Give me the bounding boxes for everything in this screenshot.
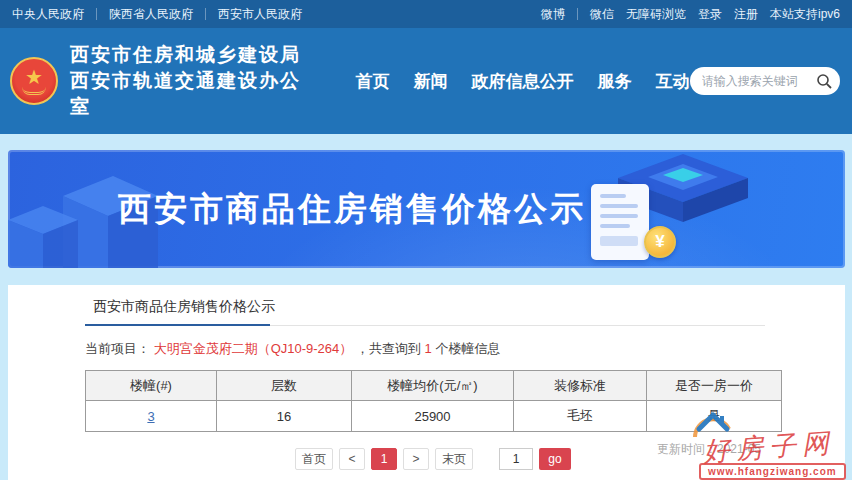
nav-item-interaction[interactable]: 互动 xyxy=(656,70,690,93)
col-header-building: 楼幢(#) xyxy=(86,371,217,401)
cell-avg-price: 25900 xyxy=(352,401,514,432)
building-link[interactable]: 3 xyxy=(147,409,154,424)
nav-item-home[interactable]: 首页 xyxy=(356,70,390,93)
topbar-link-accessibility[interactable]: 无障碍浏览 xyxy=(626,6,686,23)
col-header-decoration: 装修标准 xyxy=(514,371,647,401)
page-jump-input[interactable] xyxy=(499,448,533,470)
topbar-link-wechat[interactable]: 微信 xyxy=(590,6,614,23)
org-title-line1: 西安市住房和城乡建设局 xyxy=(70,42,318,68)
project-name: 大明宫金茂府二期（QJ10-9-264） xyxy=(154,341,353,356)
cell-decoration: 毛坯 xyxy=(514,401,647,432)
topbar: 中央人民政府 陕西省人民政府 西安市人民政府 微博 微信 无障碍浏览 登录 注册… xyxy=(0,0,852,28)
search-box xyxy=(690,67,840,95)
tab-active-underline xyxy=(85,324,270,326)
topbar-link-weibo[interactable]: 微博 xyxy=(541,6,565,23)
table-header-row: 楼幢(#) 层数 楼幢均价(元/㎡) 装修标准 是否一房一价 xyxy=(86,371,782,401)
pagination-next-button[interactable]: > xyxy=(403,448,429,470)
content-card: 西安市商品住房销售价格公示 当前项目： 大明宫金茂府二期（QJ10-9-264）… xyxy=(8,285,845,480)
topbar-link-login[interactable]: 登录 xyxy=(698,6,722,23)
price-table: 楼幢(#) 层数 楼幢均价(元/㎡) 装修标准 是否一房一价 3 16 2590… xyxy=(85,370,782,432)
left-margin-strip xyxy=(0,285,8,480)
tab-bar: 西安市商品住房销售价格公示 xyxy=(85,297,765,326)
project-prefix-label: 当前项目： xyxy=(85,341,150,356)
col-header-one-price: 是否一房一价 xyxy=(647,371,782,401)
hero-zone: 西安市商品住房销售价格公示 ¥ xyxy=(0,134,852,285)
topbar-link-xian-gov[interactable]: 西安市人民政府 xyxy=(218,6,302,23)
pagination-current-page[interactable]: 1 xyxy=(371,448,397,470)
topbar-left-links: 中央人民政府 陕西省人民政府 西安市人民政府 xyxy=(12,6,302,23)
price-banner: 西安市商品住房销售价格公示 ¥ xyxy=(8,150,845,268)
tab-price-publicity[interactable]: 西安市商品住房销售价格公示 xyxy=(85,298,275,314)
org-title-line2: 西安市轨道交通建设办公室 xyxy=(70,68,318,120)
result-mid-label: ，共查询到 xyxy=(356,341,421,356)
pagination-prev-button[interactable]: < xyxy=(339,448,365,470)
result-count: 1 xyxy=(425,341,432,356)
pagination-last-button[interactable]: 末页 xyxy=(435,448,473,470)
cell-one-price: 是 xyxy=(647,401,782,432)
update-time-label: 更新时间：2021-05 xyxy=(657,441,761,458)
search-icon[interactable] xyxy=(816,73,832,89)
topbar-link-ipv6[interactable]: 本站支持ipv6 xyxy=(770,6,840,23)
result-suffix-label: 个楼幢信息 xyxy=(435,341,500,356)
search-input[interactable] xyxy=(702,74,816,88)
divider xyxy=(96,8,97,20)
page-go-button[interactable]: go xyxy=(539,448,571,470)
coin-icon: ¥ xyxy=(644,226,676,258)
document-illustration xyxy=(591,184,649,260)
site-header: 西安市住房和城乡建设局 西安市轨道交通建设办公室 首页 新闻 政府信息公开 服务… xyxy=(0,28,852,134)
current-project-line: 当前项目： 大明宫金茂府二期（QJ10-9-264） ，共查询到 1 个楼幢信息 xyxy=(85,340,845,358)
cell-floors: 16 xyxy=(217,401,352,432)
col-header-floors: 层数 xyxy=(217,371,352,401)
divider xyxy=(205,8,206,20)
col-header-avg-price: 楼幢均价(元/㎡) xyxy=(352,371,514,401)
divider xyxy=(577,8,578,20)
nav-item-services[interactable]: 服务 xyxy=(598,70,632,93)
topbar-link-shaanxi-gov[interactable]: 陕西省人民政府 xyxy=(109,6,193,23)
topbar-right-links: 微博 微信 无障碍浏览 登录 注册 本站支持ipv6 xyxy=(541,6,840,23)
pagination-first-button[interactable]: 首页 xyxy=(295,448,333,470)
nav-item-gov-info[interactable]: 政府信息公开 xyxy=(472,70,574,93)
topbar-link-central-gov[interactable]: 中央人民政府 xyxy=(12,6,84,23)
topbar-link-register[interactable]: 注册 xyxy=(734,6,758,23)
national-emblem-logo xyxy=(10,57,58,105)
org-titles: 西安市住房和城乡建设局 西安市轨道交通建设办公室 xyxy=(70,42,318,120)
table-row: 3 16 25900 毛坯 是 xyxy=(86,401,782,432)
page: 中央人民政府 陕西省人民政府 西安市人民政府 微博 微信 无障碍浏览 登录 注册… xyxy=(0,0,852,480)
nav-item-news[interactable]: 新闻 xyxy=(414,70,448,93)
main-nav: 首页 新闻 政府信息公开 服务 互动 xyxy=(356,70,690,93)
brand: 西安市住房和城乡建设局 西安市轨道交通建设办公室 xyxy=(10,42,318,120)
banner-title: 西安市商品住房销售价格公示 xyxy=(118,187,586,232)
